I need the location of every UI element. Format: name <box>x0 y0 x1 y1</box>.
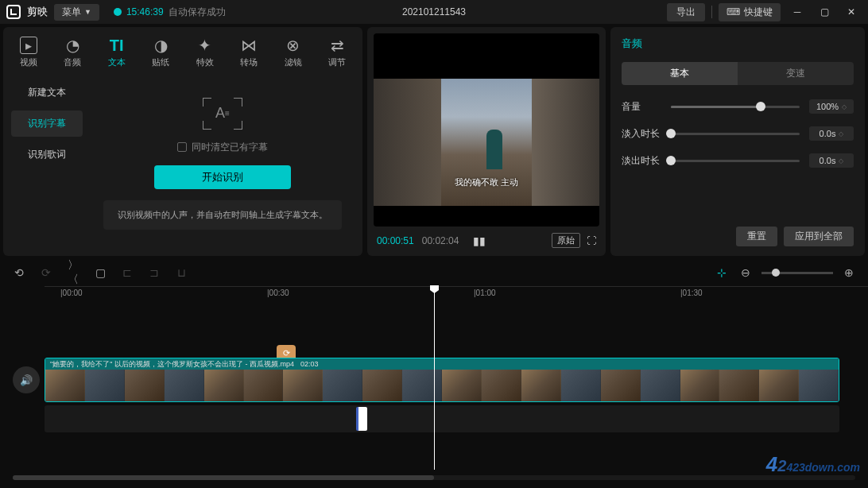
watermark: 42423down.com <box>766 452 860 477</box>
volume-row: 音量 100% <box>622 99 854 114</box>
timeline-toolbar: ⟲ ⟳ 〉〈 ▢ ⊏ ⊐ ⊔ ⊹ ⊖ ⊕ <box>0 259 868 286</box>
snap-button[interactable]: ⊹ <box>714 266 730 279</box>
video-clip[interactable]: "她要的，我给不了" 以后的视频，这个俄罗斯女孩不会出现了 - 西瓜视频.mp4… <box>45 358 839 402</box>
menu-dropdown[interactable]: 菜单 ▼ <box>54 4 99 21</box>
shortcut-button[interactable]: ⌨ 快捷键 <box>719 3 781 21</box>
fadeout-label: 淡出时长 <box>622 154 661 168</box>
menu-label: 菜单 <box>62 6 81 19</box>
tab-adjust[interactable]: ⇄调节 <box>316 33 360 72</box>
clear-existing-checkbox[interactable]: 同时清空已有字幕 <box>177 141 268 154</box>
tab-transition[interactable]: ⋈转场 <box>227 33 272 72</box>
tab-sticker[interactable]: ◑贴纸 <box>139 33 184 72</box>
project-name: 202101211543 <box>402 6 466 17</box>
tab-speed[interactable]: 变速 <box>738 62 854 85</box>
audio-marker[interactable] <box>356 407 367 431</box>
video-track: 🔊 "她要的，我给不了" 以后的视频，这个俄罗斯女孩不会出现了 - 西瓜视频.m… <box>13 358 868 402</box>
adjust-icon: ⇄ <box>328 37 346 54</box>
properties-title: 音频 <box>622 37 854 51</box>
app-name: 剪映 <box>27 5 48 19</box>
title-bar: 剪映 菜单 ▼ 15:46:39 自动保存成功 202101211543 导出 … <box>0 0 868 24</box>
preview-panel: 我的确不敢 主动 00:00:51 00:02:04 ▮▮ 原始 ⛶ <box>367 27 606 256</box>
subtab-recognize-lyrics[interactable]: 识别歌词 <box>11 141 83 168</box>
recognize-description: 识别视频中的人声，并自动在时间轴上生成字幕文本。 <box>103 200 342 230</box>
audio-track <box>13 405 868 432</box>
apply-all-button[interactable]: 应用到全部 <box>784 227 854 246</box>
ruler-mark-3: 01:30 <box>683 289 703 297</box>
reset-button[interactable]: 重置 <box>736 227 777 246</box>
video-icon: ▸ <box>20 37 37 54</box>
timeline-panel: ⟲ ⟳ 〉〈 ▢ ⊏ ⊐ ⊔ ⊹ ⊖ ⊕ |00:00 |00:30 |01:0… <box>0 259 868 482</box>
audio-track-bg[interactable] <box>45 405 839 432</box>
keyboard-icon: ⌨ <box>727 6 740 17</box>
tab-filter[interactable]: ⊗滤镜 <box>271 33 316 72</box>
properties-tabs: 基本 变速 <box>622 62 854 85</box>
fadein-value[interactable]: 0.0s <box>809 126 854 141</box>
effect-icon: ✦ <box>196 37 214 54</box>
fadein-slider[interactable] <box>671 133 800 135</box>
filter-icon: ⊗ <box>285 37 302 54</box>
zoom-out-button[interactable]: ⊖ <box>738 266 754 279</box>
fadein-label: 淡入时长 <box>622 127 661 141</box>
volume-slider[interactable] <box>671 106 800 108</box>
delete-button[interactable]: ▢ <box>92 266 108 279</box>
fadeout-value[interactable]: 0.0s <box>809 153 854 168</box>
autosave-time: 15:46:39 <box>126 6 164 17</box>
tab-video[interactable]: ▸视频 <box>6 33 51 72</box>
ruler-mark-1: 00:30 <box>269 289 289 297</box>
autosave-dot-icon <box>114 8 122 16</box>
divider <box>711 6 712 18</box>
preview-controls: 00:00:51 00:02:04 ▮▮ 原始 ⛶ <box>374 227 599 250</box>
volume-label: 音量 <box>622 100 661 114</box>
recognize-content: A≡ 同时清空已有字幕 开始识别 识别视频中的人声，并自动在时间轴上生成字幕文本… <box>91 79 355 248</box>
current-time: 00:00:51 <box>377 235 414 246</box>
clip-duration: 02:03 <box>300 358 319 370</box>
ruler-mark-0: 00:00 <box>63 289 83 297</box>
recognize-text-icon: A≡ <box>203 98 242 130</box>
audio-icon: ◔ <box>64 37 81 54</box>
mark-button[interactable]: ⊔ <box>173 266 189 279</box>
checkbox-label: 同时清空已有字幕 <box>192 141 268 154</box>
transition-icon: ⋈ <box>240 37 258 54</box>
pause-button[interactable]: ▮▮ <box>473 234 486 247</box>
maximize-button[interactable]: ▢ <box>814 4 835 20</box>
redo-button[interactable]: ⟳ <box>38 266 54 279</box>
checkbox-icon <box>177 142 187 152</box>
shortcut-label: 快捷键 <box>744 6 773 19</box>
close-button[interactable]: ✕ <box>841 4 862 20</box>
volume-value[interactable]: 100% <box>809 99 854 114</box>
fadein-row: 淡入时长 0.0s <box>622 126 854 141</box>
zoom-in-button[interactable]: ⊕ <box>841 266 857 279</box>
tab-effect[interactable]: ✦特效 <box>183 33 227 72</box>
preview-viewport[interactable]: 我的确不敢 主动 <box>374 33 599 227</box>
timeline-scrollbar[interactable] <box>13 475 855 480</box>
subtab-recognize-subtitle[interactable]: 识别字幕 <box>11 110 83 137</box>
fadeout-slider[interactable] <box>671 160 800 162</box>
mark-in-button[interactable]: ⊏ <box>119 266 135 279</box>
tab-basic[interactable]: 基本 <box>622 62 738 85</box>
autosave-status: 15:46:39 自动保存成功 <box>114 6 226 19</box>
zoom-slider[interactable] <box>761 272 833 274</box>
text-icon: TI <box>108 37 126 54</box>
clip-title: "她要的，我给不了" 以后的视频，这个俄罗斯女孩不会出现了 - 西瓜视频.mp4 <box>50 358 294 370</box>
tab-audio[interactable]: ◔音频 <box>51 33 95 72</box>
ruler-mark-2: 01:00 <box>476 289 496 297</box>
timeline-ruler[interactable]: |00:00 |00:30 |01:00 |01:30 <box>45 286 868 302</box>
media-panel: ▸视频 ◔音频 TI文本 ◑贴纸 ✦特效 ⋈转场 ⊗滤镜 ⇄调节 新建文本 识别… <box>3 27 362 256</box>
split-button[interactable]: 〉〈 <box>65 258 81 287</box>
undo-button[interactable]: ⟲ <box>11 266 27 279</box>
mark-out-button[interactable]: ⊐ <box>146 266 162 279</box>
subtab-new-text[interactable]: 新建文本 <box>11 79 83 106</box>
autosave-text: 自动保存成功 <box>169 6 226 19</box>
sticker-icon: ◑ <box>152 37 169 54</box>
playhead[interactable] <box>434 287 435 470</box>
track-mute-button[interactable]: 🔊 <box>13 366 40 393</box>
tab-text[interactable]: TI文本 <box>95 33 139 72</box>
clip-thumbnails <box>45 370 839 402</box>
preview-subtitle: 我的确不敢 主动 <box>455 176 518 188</box>
export-button[interactable]: 导出 <box>667 3 705 21</box>
ratio-button[interactable]: 原始 <box>552 233 580 248</box>
fullscreen-icon[interactable]: ⛶ <box>587 235 596 246</box>
scrollbar-thumb[interactable] <box>13 475 434 480</box>
minimize-button[interactable]: ─ <box>787 4 808 20</box>
start-recognize-button[interactable]: 开始识别 <box>154 165 291 189</box>
